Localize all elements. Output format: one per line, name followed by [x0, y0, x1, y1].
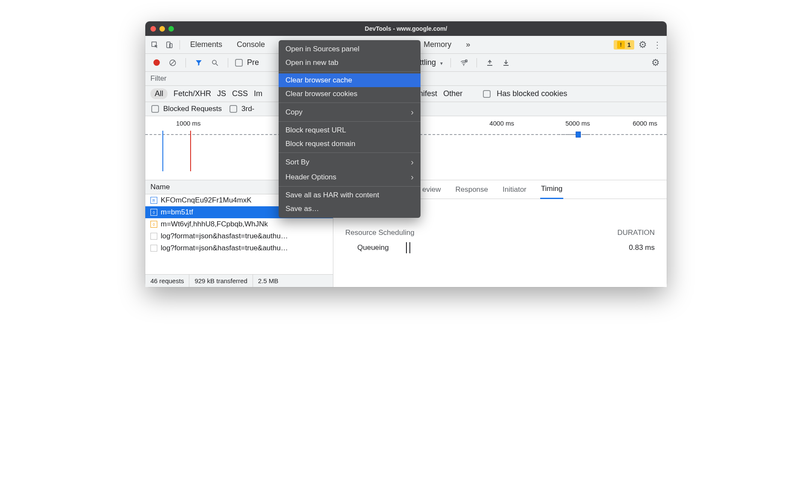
tab-memory[interactable]: Memory: [418, 36, 457, 54]
filter-css[interactable]: CSS: [232, 89, 248, 98]
menu-clear-cookies[interactable]: Clear browser cookies: [279, 87, 421, 101]
blocked-requests-label: Blocked Requests: [163, 105, 222, 113]
menu-clear-cache[interactable]: Clear browser cache: [279, 73, 421, 87]
filter-all[interactable]: All: [150, 88, 168, 99]
load-marker: [190, 131, 191, 171]
menu-save-as[interactable]: Save as…: [279, 202, 421, 216]
export-har-icon[interactable]: [500, 57, 512, 69]
blocked-cookies-label: Has blocked cookies: [497, 89, 567, 98]
resources-size: 2.5 MB: [253, 275, 284, 287]
menu-open-sources[interactable]: Open in Sources panel: [279, 42, 421, 56]
minimize-window-button[interactable]: [159, 26, 165, 32]
tick-label: 6000 ms: [633, 120, 657, 127]
generic-file-icon: [150, 233, 157, 240]
issues-count: 1: [627, 41, 631, 48]
menu-block-url[interactable]: Block request URL: [279, 123, 421, 137]
resource-scheduling-label: Resource Scheduling: [345, 229, 415, 237]
generic-file-icon: [150, 245, 157, 252]
window-title: DevTools - www.google.com/: [145, 25, 667, 32]
search-icon[interactable]: [209, 57, 221, 69]
svg-point-6: [463, 64, 464, 65]
request-row[interactable]: log?format=json&hasfast=true&authu…: [145, 230, 333, 242]
preserve-log-checkbox[interactable]: [235, 59, 243, 67]
window-controls: [150, 26, 174, 32]
menu-save-har[interactable]: Save all as HAR with content: [279, 188, 421, 202]
script-icon: ◊: [150, 221, 157, 228]
queueing-bar: [406, 242, 410, 253]
tick-label: 5000 ms: [565, 120, 590, 127]
request-name: m=bm51tf: [161, 208, 193, 217]
filter-js[interactable]: JS: [217, 89, 226, 98]
queueing-duration: 0.83 ms: [629, 243, 655, 252]
svg-point-4: [212, 60, 216, 64]
transferred-size: 929 kB transferred: [189, 275, 253, 287]
script-icon: ◊: [150, 209, 157, 216]
timeline-handle[interactable]: [558, 132, 590, 138]
svg-line-5: [216, 64, 218, 66]
request-name: m=Wt6vjf,hhhU8,FCpbqb,WhJNk: [161, 220, 268, 229]
issues-badge[interactable]: ! 1: [614, 40, 634, 50]
request-row[interactable]: ◊ m=Wt6vjf,hhhU8,FCpbqb,WhJNk: [145, 218, 333, 230]
blocked-requests-checkbox[interactable]: [151, 105, 159, 113]
tick-label: 4000 ms: [489, 120, 514, 127]
filter-input[interactable]: Filter: [150, 74, 167, 82]
clear-button[interactable]: [167, 57, 179, 69]
record-button[interactable]: [150, 57, 162, 69]
blocked-cookies-checkbox[interactable]: [483, 90, 491, 98]
tab-console[interactable]: Console: [231, 36, 271, 54]
tab-elements[interactable]: Elements: [184, 36, 228, 54]
domcontentloaded-marker: [162, 131, 163, 171]
tab-initiator[interactable]: Initiator: [502, 180, 527, 199]
kebab-menu-icon[interactable]: ⋮: [651, 39, 663, 51]
menu-header-options[interactable]: Header Options: [279, 170, 421, 185]
preserve-log-label: Pre: [247, 58, 259, 67]
third-party-label: 3rd-: [241, 105, 254, 113]
file-icon: ⎘: [150, 197, 157, 204]
import-har-icon[interactable]: [484, 57, 496, 69]
menu-sort-by[interactable]: Sort By: [279, 155, 421, 170]
inspect-element-icon[interactable]: [149, 39, 161, 51]
filter-other[interactable]: Other: [443, 89, 462, 98]
network-conditions-icon[interactable]: [458, 57, 470, 69]
filter-icon[interactable]: [193, 57, 205, 69]
tick-label: 1000 ms: [176, 120, 201, 127]
network-settings-icon[interactable]: ⚙: [650, 57, 662, 69]
tab-response[interactable]: Response: [454, 180, 489, 199]
menu-block-domain[interactable]: Block request domain: [279, 137, 421, 151]
device-toolbar-icon[interactable]: [163, 39, 175, 51]
menu-copy[interactable]: Copy: [279, 105, 421, 120]
devtools-window: DevTools - www.google.com/ Elements Cons…: [145, 21, 667, 287]
svg-line-3: [171, 61, 175, 64]
queueing-label: Queueing: [357, 243, 389, 252]
settings-icon[interactable]: ⚙: [637, 39, 649, 51]
filter-img[interactable]: Im: [254, 89, 262, 98]
warning-icon: !: [617, 41, 625, 49]
third-party-checkbox[interactable]: [229, 105, 237, 113]
maximize-window-button[interactable]: [168, 26, 174, 32]
request-row[interactable]: log?format=json&hasfast=true&authu…: [145, 242, 333, 254]
request-name: log?format=json&hasfast=true&authu…: [161, 232, 288, 240]
status-bar: 46 requests 929 kB transferred 2.5 MB: [145, 274, 333, 287]
tab-timing[interactable]: Timing: [540, 180, 563, 199]
duration-header: DURATION: [617, 229, 655, 237]
context-menu: Open in Sources panel Open in new tab Cl…: [279, 40, 421, 218]
more-tabs-button[interactable]: »: [460, 36, 476, 54]
requests-count: 46 requests: [145, 275, 189, 287]
menu-open-new-tab[interactable]: Open in new tab: [279, 56, 421, 70]
request-name: log?format=json&hasfast=true&authu…: [161, 244, 288, 252]
tab-preview[interactable]: eview: [421, 180, 441, 199]
filter-fetch-xhr[interactable]: Fetch/XHR: [174, 89, 211, 98]
request-name: KFOmCnqEu92Fr1Mu4mxK: [161, 196, 252, 205]
titlebar: DevTools - www.google.com/: [145, 21, 667, 36]
close-window-button[interactable]: [150, 26, 156, 32]
